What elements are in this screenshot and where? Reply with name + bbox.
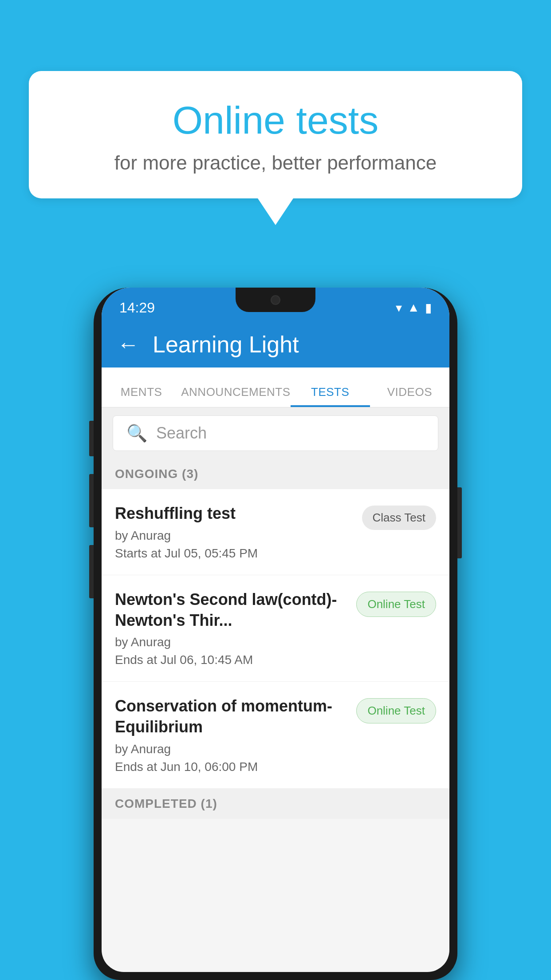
test-info: Conservation of momentum-Equilibrium by … bbox=[115, 696, 356, 774]
status-time: 14:29 bbox=[119, 300, 155, 316]
tab-tests[interactable]: TESTS bbox=[291, 385, 370, 407]
phone-screen: 14:29 ▾ ▲ ▮ ← Learning Light MENTS ANNOU… bbox=[102, 288, 449, 972]
test-badge-online-2: Online Test bbox=[356, 698, 436, 723]
app-header: ← Learning Light bbox=[102, 321, 449, 368]
tab-ments[interactable]: MENTS bbox=[102, 385, 181, 407]
completed-section-header: COMPLETED (1) bbox=[102, 789, 449, 819]
power-button bbox=[457, 487, 462, 558]
app-title: Learning Light bbox=[153, 331, 299, 358]
wifi-icon: ▾ bbox=[396, 300, 402, 315]
ongoing-label: ONGOING (3) bbox=[115, 467, 198, 481]
test-info: Reshuffling test by Anurag Starts at Jul… bbox=[115, 503, 362, 561]
status-icons: ▾ ▲ ▮ bbox=[396, 300, 432, 315]
search-placeholder: Search bbox=[156, 424, 207, 443]
battery-icon: ▮ bbox=[425, 300, 432, 315]
test-badge-online: Online Test bbox=[356, 592, 436, 617]
speech-bubble: Online tests for more practice, better p… bbox=[29, 71, 522, 198]
test-author: by Anurag bbox=[115, 742, 347, 756]
speech-bubble-title: Online tests bbox=[60, 98, 491, 143]
completed-label: COMPLETED (1) bbox=[115, 797, 217, 810]
search-container: 🔍 Search bbox=[102, 407, 449, 459]
test-info: Newton's Second law(contd)-Newton's Thir… bbox=[115, 589, 356, 668]
search-bar[interactable]: 🔍 Search bbox=[113, 415, 438, 451]
tabs-bar: MENTS ANNOUNCEMENTS TESTS VIDEOS bbox=[102, 368, 449, 407]
tab-videos[interactable]: VIDEOS bbox=[370, 385, 449, 407]
test-item[interactable]: Conservation of momentum-Equilibrium by … bbox=[102, 682, 449, 789]
test-author: by Anurag bbox=[115, 635, 347, 649]
phone-frame: 14:29 ▾ ▲ ▮ ← Learning Light MENTS ANNOU… bbox=[94, 288, 457, 980]
test-date: Starts at Jul 05, 05:45 PM bbox=[115, 546, 353, 561]
phone-notch bbox=[236, 288, 315, 312]
test-item[interactable]: Reshuffling test by Anurag Starts at Jul… bbox=[102, 489, 449, 575]
ongoing-section-header: ONGOING (3) bbox=[102, 459, 449, 489]
test-date: Ends at Jun 10, 06:00 PM bbox=[115, 760, 347, 774]
test-name: Reshuffling test bbox=[115, 503, 353, 524]
search-icon: 🔍 bbox=[126, 423, 147, 443]
test-item[interactable]: Newton's Second law(contd)-Newton's Thir… bbox=[102, 575, 449, 682]
test-badge-class: Class Test bbox=[362, 506, 436, 530]
tab-announcements[interactable]: ANNOUNCEMENTS bbox=[181, 385, 290, 407]
front-camera bbox=[271, 295, 280, 305]
speech-bubble-arrow bbox=[258, 198, 293, 225]
test-date: Ends at Jul 06, 10:45 AM bbox=[115, 653, 347, 667]
back-button[interactable]: ← bbox=[117, 333, 139, 356]
test-name: Conservation of momentum-Equilibrium bbox=[115, 696, 347, 738]
speech-bubble-container: Online tests for more practice, better p… bbox=[29, 71, 522, 225]
volume-down-button bbox=[89, 474, 94, 527]
silent-button bbox=[89, 545, 94, 598]
volume-up-button bbox=[89, 421, 94, 456]
signal-icon: ▲ bbox=[407, 300, 420, 315]
test-list: Reshuffling test by Anurag Starts at Jul… bbox=[102, 489, 449, 789]
speech-bubble-subtitle: for more practice, better performance bbox=[60, 152, 491, 174]
test-name: Newton's Second law(contd)-Newton's Thir… bbox=[115, 589, 347, 631]
test-author: by Anurag bbox=[115, 529, 353, 543]
